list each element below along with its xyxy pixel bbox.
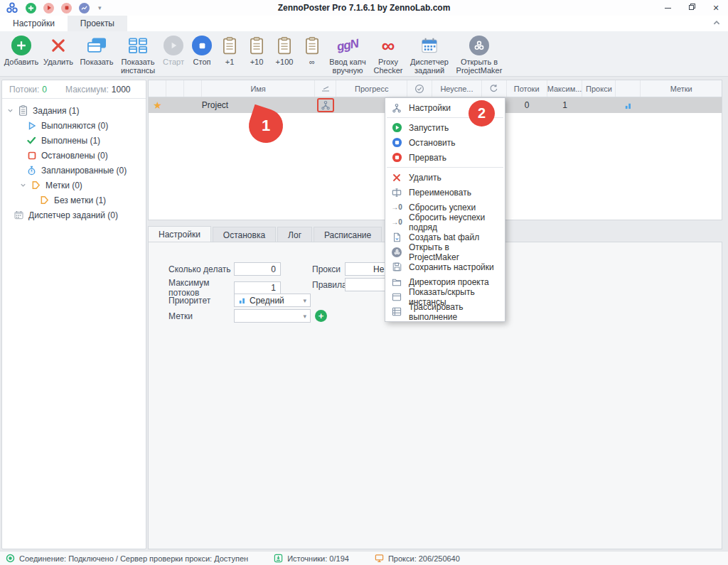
- clipboard-icon: [223, 35, 237, 56]
- show-instances-button[interactable]: Показать инстансы: [117, 34, 159, 75]
- plus100-button[interactable]: +100: [270, 34, 299, 75]
- check-icon: [26, 136, 37, 144]
- chevron-down-icon[interactable]: [6, 107, 14, 114]
- hierarchy-icon: [391, 103, 402, 113]
- max-threads-input[interactable]: 1: [234, 281, 281, 295]
- menu-item-trace-execution[interactable]: Трассировать выполнение: [385, 304, 505, 319]
- tab-settings[interactable]: Настройки: [0, 16, 68, 31]
- proxy-checker-button[interactable]: ∞ Proxy Checker: [370, 34, 407, 75]
- task-context-menu: Настройки Запустить Остановить Прервать …: [385, 97, 505, 322]
- tag-icon: [39, 195, 50, 205]
- tags-dropdown[interactable]: ▾: [234, 309, 311, 323]
- tab-log[interactable]: Лог: [277, 227, 312, 242]
- minimize-button[interactable]: [655, 0, 680, 16]
- tree-item-completed[interactable]: Выполнены (1): [2, 133, 146, 148]
- tree-item-label: Остановлены (0): [41, 151, 108, 161]
- row-settings-cell[interactable]: [315, 97, 336, 113]
- menu-item-abort[interactable]: Прервать: [385, 150, 505, 165]
- task-scheduler-button[interactable]: Диспетчер заданий: [407, 34, 452, 75]
- tree-item-tags[interactable]: Метки (0): [2, 178, 146, 193]
- restore-button[interactable]: [680, 0, 704, 16]
- tree-item-scheduled[interactable]: Запланированные (0): [2, 163, 146, 178]
- start-button[interactable]: Старт: [159, 34, 188, 75]
- instances-grid-icon: [128, 35, 148, 56]
- infinity-runs-button[interactable]: ∞: [299, 34, 326, 75]
- captcha-icon: ggN: [337, 35, 358, 56]
- manual-captcha-button[interactable]: ggN Ввод капч вручную: [326, 34, 370, 75]
- column-success[interactable]: [407, 80, 432, 97]
- tab-projects[interactable]: Проекты: [68, 16, 127, 31]
- tree-item-running[interactable]: Выполняются (0): [2, 118, 146, 133]
- delete-task-button[interactable]: Удалить: [40, 34, 77, 75]
- connection-text: Соединение: Подключено / Сервер проверки…: [19, 554, 248, 563]
- window-controls: ✕: [655, 0, 728, 16]
- threads-value: 0: [42, 85, 47, 95]
- column-repeat[interactable]: [482, 80, 507, 97]
- stop-circle-icon: [192, 35, 212, 56]
- stop-button[interactable]: Стоп: [188, 34, 216, 75]
- column-star[interactable]: [149, 80, 166, 97]
- open-in-projectmaker-button[interactable]: Открыть в ProjectMaker: [452, 34, 506, 75]
- highlight-frame: [317, 98, 334, 112]
- menu-item-save-settings[interactable]: Сохранить настройки: [385, 259, 505, 274]
- column-blank-1[interactable]: [166, 80, 184, 97]
- menu-separator: [387, 167, 503, 168]
- show-button[interactable]: Показать: [77, 34, 117, 75]
- menu-item-delete[interactable]: Удалить: [385, 170, 505, 185]
- plus10-button[interactable]: +10: [243, 34, 270, 75]
- tab-stop[interactable]: Остановка: [213, 227, 276, 242]
- menu-item-stop[interactable]: Остановить: [385, 135, 505, 150]
- column-max[interactable]: Максим...: [547, 80, 583, 97]
- priority-bars-icon: [238, 296, 246, 304]
- column-tags[interactable]: Метки: [641, 80, 722, 97]
- stopwatch-icon: [26, 166, 37, 176]
- sources-icon: [274, 554, 283, 563]
- delete-x-icon: [50, 35, 67, 56]
- infinity-icon: ∞: [382, 35, 395, 56]
- tree-item-label: Без метки (1): [54, 195, 106, 205]
- menu-item-reset-fails[interactable]: →0 Сбросить неуспехи подряд: [385, 215, 505, 230]
- close-button[interactable]: ✕: [704, 0, 728, 16]
- column-settings[interactable]: [315, 80, 336, 97]
- column-progress[interactable]: Прогресс: [336, 80, 407, 97]
- star-icon[interactable]: ★: [153, 99, 162, 111]
- add-task-button[interactable]: Добавить: [3, 34, 40, 75]
- row-star-cell[interactable]: ★: [149, 97, 166, 113]
- column-blank-2[interactable]: [184, 80, 202, 97]
- clipboard-icon: [277, 35, 291, 56]
- column-threads[interactable]: Потоки: [507, 80, 547, 97]
- chevron-down-icon[interactable]: [19, 182, 26, 188]
- row-tags-cell: [641, 97, 722, 113]
- tasks-tree: Задания (1) Выполняются (0) Выполнены (1…: [2, 99, 146, 222]
- column-name[interactable]: Имя: [202, 80, 316, 97]
- window-icon: [391, 293, 402, 301]
- tab-settings-bottom[interactable]: Настройки: [148, 226, 211, 242]
- tree-item-stopped[interactable]: Остановлены (0): [2, 148, 146, 163]
- folder-icon: [391, 278, 402, 286]
- tree-item-tasks[interactable]: Задания (1): [2, 103, 146, 118]
- row-priority-cell: [616, 97, 641, 113]
- tree-item-label: Метки (0): [46, 181, 82, 190]
- menu-item-open-projectmaker[interactable]: Открыть в ProjectMaker: [385, 244, 505, 259]
- run-circle-icon: [391, 122, 402, 133]
- ribbon-toolbar: Добавить Удалить Показать: [0, 31, 728, 77]
- how-much-input[interactable]: 0: [234, 262, 281, 276]
- hierarchy-icon[interactable]: [321, 100, 331, 110]
- add-circle-icon: [11, 35, 31, 56]
- proxies-status: Прокси: 206/250640: [375, 554, 460, 563]
- column-priority[interactable]: [616, 80, 641, 97]
- clipboard-icon: [305, 35, 319, 56]
- plus1-button[interactable]: +1: [216, 34, 243, 75]
- tree-item-no-tag[interactable]: Без метки (1): [2, 193, 146, 208]
- column-proxy[interactable]: Прокси: [582, 80, 616, 97]
- tab-schedule[interactable]: Расписание: [314, 227, 382, 242]
- tree-item-task-scheduler[interactable]: Диспетчер заданий (0): [2, 208, 146, 222]
- column-fails[interactable]: Неуспе...: [432, 80, 482, 97]
- play-outline-icon: [26, 122, 37, 130]
- add-tag-button[interactable]: +: [315, 310, 327, 322]
- row-max-cell: 1: [547, 97, 583, 113]
- stop-circle-icon: [391, 137, 402, 148]
- priority-dropdown[interactable]: Средний ▾: [234, 294, 311, 307]
- collapse-ribbon-icon[interactable]: [712, 18, 722, 28]
- menu-item-rename[interactable]: Переименовать: [385, 185, 505, 200]
